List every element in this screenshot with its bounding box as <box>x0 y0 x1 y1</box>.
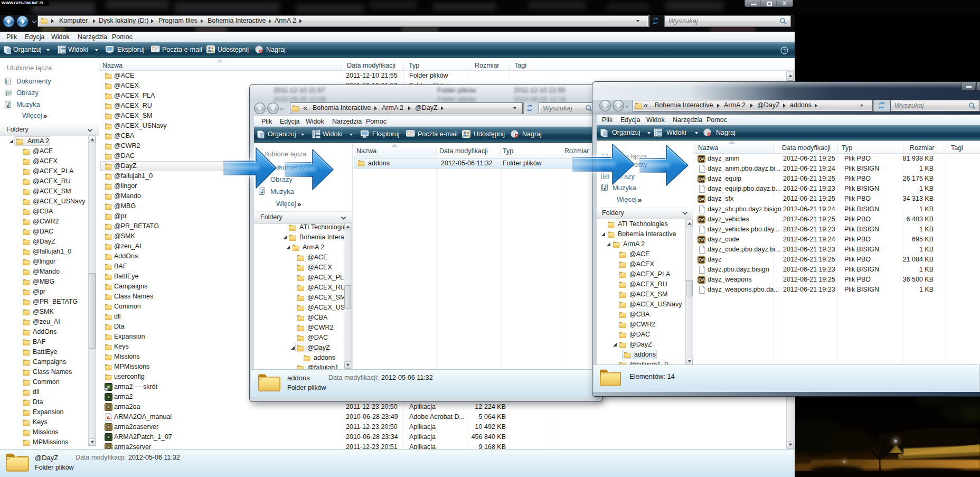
svg-text:OA: OA <box>699 217 705 222</box>
svg-text:OA: OA <box>699 277 705 283</box>
svg-text:OA: OA <box>699 237 705 242</box>
svg-text:?: ? <box>783 48 786 53</box>
svg-text:OA: OA <box>699 176 705 182</box>
svg-text:OA: OA <box>699 156 705 162</box>
svg-text:OA: OA <box>699 257 705 263</box>
svg-text:OA: OA <box>699 197 705 202</box>
